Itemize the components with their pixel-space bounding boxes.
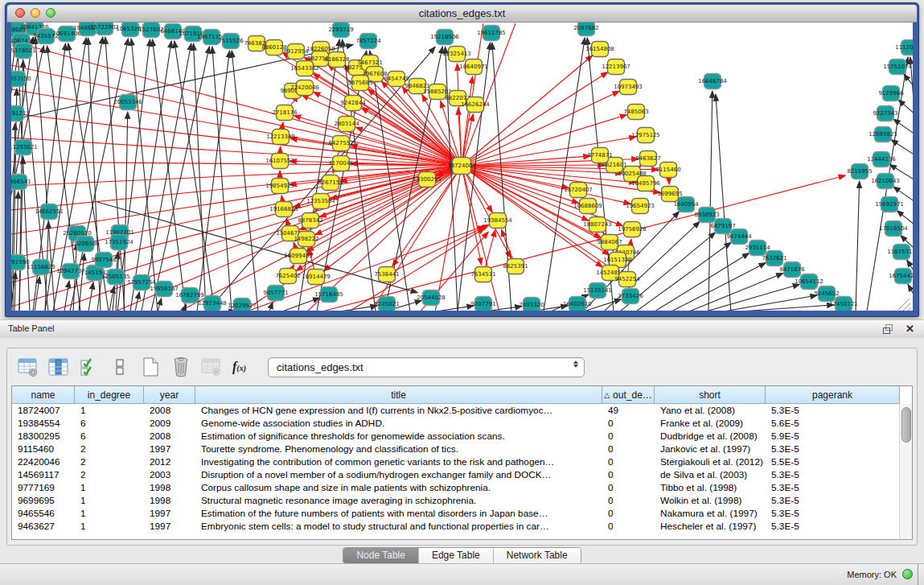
tab-node-table[interactable]: Node Table — [343, 548, 419, 563]
close-panel-icon[interactable]: ✕ — [906, 323, 914, 335]
network-node[interactable]: 7857224 — [355, 34, 381, 49]
network-edge — [689, 274, 783, 311]
network-node[interactable]: 12325413 — [442, 47, 471, 62]
tab-network-table[interactable]: Network Table — [494, 548, 581, 563]
network-window-titlebar[interactable]: citations_edges.txt — [7, 5, 917, 23]
column-settings-icon[interactable] — [17, 356, 39, 378]
table-row[interactable]: 977716911998Corpus callosum shape and si… — [12, 481, 900, 494]
network-node[interactable]: 12213967 — [602, 60, 630, 75]
network-node[interactable]: 7493320 — [519, 298, 544, 311]
table-cell: 1 — [75, 481, 144, 494]
scrollbar-thumb[interactable] — [901, 407, 911, 443]
memory-ok-indicator-icon[interactable] — [902, 569, 913, 579]
network-node[interactable]: 16154808 — [585, 42, 614, 57]
network-node[interactable]: 12213349 — [266, 130, 295, 145]
table-row[interactable]: 1830029562008Estimation of significance … — [12, 430, 900, 443]
network-node[interactable]: 2718176 — [272, 105, 298, 121]
network-node[interactable]: 8825391 — [503, 259, 528, 274]
column-header-out_de[interactable]: △out_de… — [602, 386, 655, 404]
function-builder-icon[interactable]: f(x) — [232, 360, 246, 374]
column-header-short[interactable]: short — [655, 386, 766, 404]
new-table-icon[interactable] — [139, 356, 161, 378]
node-label: 15135141 — [583, 287, 612, 294]
table-row[interactable]: 1938455462009Genome-wide association stu… — [12, 417, 900, 430]
network-node[interactable]: 20653190 — [11, 72, 31, 87]
network-node[interactable]: 10688609 — [573, 199, 602, 214]
network-node[interactable]: 8912954 — [283, 44, 309, 60]
network-node[interactable]: 18807243 — [583, 217, 612, 233]
canvas-resize-grip[interactable] — [907, 307, 911, 311]
network-node[interactable]: 17016504 — [879, 221, 908, 237]
network-node[interactable]: 9466541 — [11, 175, 31, 190]
network-node[interactable]: 11120754 — [895, 40, 913, 56]
network-node[interactable]: 1733426 — [618, 289, 643, 304]
network-node[interactable]: 16914479 — [302, 270, 331, 285]
network-node[interactable]: 7485063 — [623, 105, 648, 120]
network-node[interactable]: 19218506 — [430, 30, 459, 45]
column-header-pagerank[interactable]: pagerank — [766, 386, 900, 404]
toggle-columns-icon[interactable] — [47, 356, 69, 378]
network-node[interactable]: 16754421 — [889, 269, 913, 284]
table-row[interactable]: 946362711997Embryonic stem cells: a mode… — [12, 520, 900, 533]
network-node[interactable]: 2293719 — [328, 23, 353, 38]
network-node[interactable]: 9857771 — [263, 286, 288, 301]
network-node[interactable]: 9129966 — [878, 86, 904, 101]
float-panel-icon[interactable] — [882, 323, 894, 335]
network-node[interactable]: 15135141 — [583, 283, 612, 299]
network-node[interactable]: 19854925 — [265, 179, 294, 194]
network-window[interactable]: citations_edges.txt 96860502084132611067… — [5, 2, 919, 317]
table-row[interactable]: 1456911722003Disruption of a novel membe… — [12, 468, 900, 481]
network-node[interactable]: 10402610 — [563, 297, 592, 311]
network-node[interactable]: 19756928 — [618, 222, 647, 237]
tab-edge-table[interactable]: Edge Table — [419, 548, 494, 563]
network-node[interactable]: 12444136 — [867, 152, 896, 167]
network-node[interactable]: 18640971 — [459, 60, 488, 75]
network-node[interactable]: 10391211 — [11, 106, 30, 122]
network-node[interactable]: 9245021 — [374, 297, 399, 311]
delete-table-icon[interactable] — [170, 356, 191, 378]
node-label: 19654923 — [626, 203, 655, 209]
table-row[interactable]: 2242004622012Investigating the contribut… — [12, 455, 900, 468]
network-canvas[interactable]: 9686050208413261106743894355722069140619… — [11, 23, 913, 311]
network-node[interactable]: 16210643 — [871, 174, 900, 189]
network-node[interactable]: 12029527 — [228, 299, 257, 311]
table-vertical-scrollbar[interactable] — [899, 404, 912, 539]
network-node[interactable]: 8267150 — [318, 175, 343, 191]
network-node[interactable]: 7634511 — [470, 267, 495, 282]
network-node[interactable]: 11293021 — [11, 140, 38, 155]
table-row[interactable]: 969969511998Structural magnetic resonanc… — [12, 494, 900, 507]
network-node[interactable]: 9207791 — [470, 297, 495, 311]
table-selector-dropdown[interactable]: citations_edges.txt — [268, 357, 585, 377]
network-node[interactable]: 15720407 — [564, 183, 593, 198]
network-node[interactable]: 7536441 — [374, 267, 399, 282]
canvas-resize-grip[interactable] — [898, 299, 910, 310]
node-label: 20544028 — [417, 295, 446, 301]
column-header-title[interactable]: title — [195, 386, 602, 404]
network-node[interactable]: 10973493 — [614, 80, 643, 95]
column-header-name[interactable]: name — [12, 386, 75, 404]
row-height-icon[interactable] — [109, 356, 130, 378]
network-node[interactable]: 9227343 — [873, 106, 897, 122]
table-row[interactable]: 946554611997Estimation of the future num… — [12, 507, 900, 520]
network-node[interactable]: 11675315 — [887, 245, 913, 260]
network-node[interactable]: 8215955 — [847, 164, 872, 179]
network-node[interactable]: 12975125 — [631, 128, 660, 143]
select-rows-icon[interactable] — [78, 356, 100, 378]
network-node[interactable]: 19654923 — [626, 199, 655, 214]
network-node[interactable]: 2087682 — [573, 23, 598, 36]
network-view[interactable]: 9686050208413261106743894355722069140619… — [11, 23, 913, 311]
network-node[interactable]: 9115460 — [655, 163, 680, 178]
column-header-year[interactable]: year — [144, 386, 195, 404]
column-header-in_degree[interactable]: in_degree — [75, 386, 144, 404]
network-node[interactable]: 9463627 — [635, 151, 660, 167]
table-cell: 1 — [75, 507, 144, 520]
table-row[interactable]: 911546021997Tourette syndrome. Phenomeno… — [12, 443, 900, 455]
network-node[interactable]: 20544028 — [417, 290, 446, 306]
network-node[interactable]: 16107552 — [265, 154, 294, 169]
network-node[interactable]: 15751074 — [883, 60, 912, 75]
network-node[interactable]: 12093823 — [869, 127, 897, 142]
network-node[interactable]: 17351924 — [105, 235, 133, 250]
network-node[interactable]: 16648784 — [698, 74, 727, 89]
table-row[interactable]: 1872400712008Changes of HCN gene express… — [12, 404, 900, 417]
network-node[interactable]: 15692971 — [875, 197, 904, 212]
